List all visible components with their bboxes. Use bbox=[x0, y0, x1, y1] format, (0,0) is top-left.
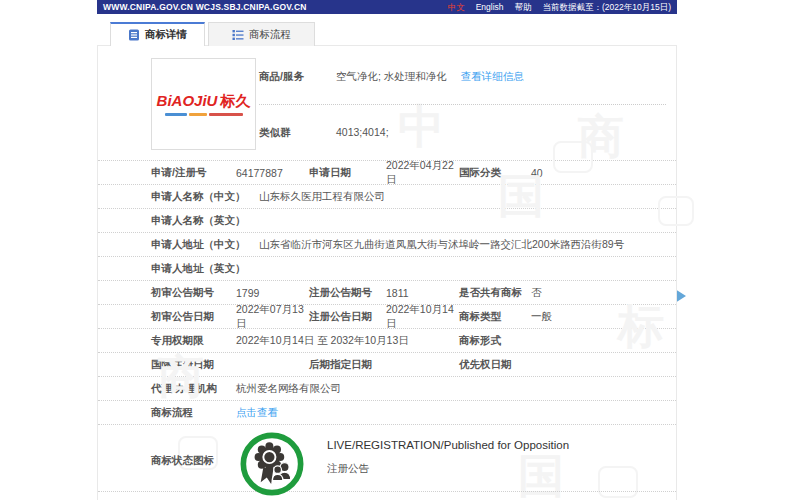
divider bbox=[259, 104, 666, 105]
field-value: 空气净化; 水处理和净化 bbox=[336, 70, 447, 84]
field-label: 优先权日期 bbox=[459, 358, 531, 372]
green-medal-badge-icon bbox=[239, 431, 305, 499]
table-row-applicant-cn: 申请人名称（中文） 山东标久医用工程有限公司 bbox=[98, 184, 676, 208]
field-label: 是否共有商标 bbox=[459, 286, 531, 300]
table-row-address-en: 申请人地址（英文） bbox=[98, 256, 676, 280]
brand-logo-text: BiAOJiU标久 bbox=[157, 92, 251, 111]
field-label: 申请人地址（中文） bbox=[151, 238, 259, 252]
field-label: 初审公告期号 bbox=[151, 286, 236, 300]
field-value: 1799 bbox=[236, 287, 309, 299]
field-label: 类似群 bbox=[259, 126, 336, 140]
trademark-details-panel: 中 国 商 标 商 国 BiAOJiU标久 商品/服务 空气净化; 水处理和净化… bbox=[97, 45, 677, 500]
table-row-intl-dates: 国际注册日期 后期指定日期 优先权日期 bbox=[98, 352, 676, 376]
field-label: 注册公告日期 bbox=[309, 310, 386, 324]
trademark-image: BiAOJiU标久 bbox=[151, 58, 256, 150]
field-label: 商标状态图标 bbox=[151, 454, 214, 468]
field-value: 4013;4014; bbox=[336, 126, 389, 140]
field-value: 2022年10月14日 bbox=[386, 303, 459, 331]
field-label: 专用权期限 bbox=[151, 334, 236, 348]
field-label: 申请日期 bbox=[309, 166, 386, 180]
field-value: 否 bbox=[531, 286, 676, 300]
top-navy-bar: WWW.CNIPA.GOV.CN WCJS.SBJ.CNIPA.GOV.CN 中… bbox=[97, 0, 677, 14]
field-value: 山东省临沂市河东区九曲街道凤凰大街与沭埠岭一路交汇北200米路西沿街89号 bbox=[259, 238, 676, 252]
top-section: BiAOJiU标久 商品/服务 空气净化; 水处理和净化 查看详细信息 类似群 … bbox=[98, 46, 676, 160]
field-label: 商标类型 bbox=[459, 310, 531, 324]
field-label: 申请人地址（英文） bbox=[151, 262, 259, 276]
tab-trademark-process[interactable]: 商标流程 bbox=[208, 22, 315, 46]
tab-label: 商标流程 bbox=[249, 28, 291, 42]
data-cutoff-text: 当前数据截至：(2022年10月15日) bbox=[543, 0, 671, 14]
help-link[interactable]: 帮助 bbox=[515, 0, 532, 14]
similar-group-row: 类似群 4013;4014; bbox=[259, 126, 389, 140]
table-row-publication-no: 初审公告期号 1799 注册公告期号 1811 是否共有商标 否 bbox=[98, 280, 676, 304]
site-urls: WWW.CNIPA.GOV.CN WCJS.SBJ.CNIPA.GOV.CN bbox=[103, 0, 307, 14]
field-label: 申请/注册号 bbox=[151, 166, 236, 180]
status-text-cn: 注册公告 bbox=[327, 462, 569, 476]
tab-bar: 商标详情 商标流程 bbox=[110, 22, 677, 46]
field-value: 1811 bbox=[386, 287, 459, 299]
field-value: 40 bbox=[531, 167, 676, 179]
field-value: 一般 bbox=[531, 310, 676, 324]
list-icon bbox=[232, 29, 244, 41]
field-value: 山东标久医用工程有限公司 bbox=[259, 190, 676, 204]
field-label: 国际注册日期 bbox=[151, 358, 236, 372]
field-label: 申请人名称（英文） bbox=[151, 214, 259, 228]
table-row-status: 商标状态图标 bbox=[98, 424, 676, 492]
field-label: 初审公告日期 bbox=[151, 310, 236, 324]
brand-cn: 标久 bbox=[220, 92, 250, 109]
click-to-view-link[interactable]: 点击查看 bbox=[236, 406, 278, 420]
brand-color-strip bbox=[165, 113, 243, 116]
field-label: 商品/服务 bbox=[259, 70, 336, 84]
table-row-address-cn: 申请人地址（中文） 山东省临沂市河东区九曲街道凤凰大街与沭埠岭一路交汇北200米… bbox=[98, 232, 676, 256]
table-row-process: 商标流程 点击查看 bbox=[98, 400, 676, 424]
table-row-publication-date: 初审公告日期 2022年07月13日 注册公告日期 2022年10月14日 商标… bbox=[98, 304, 676, 328]
table-row-agent: 代理/办理机构 杭州爱名网络有限公司 bbox=[98, 376, 676, 400]
field-value: 64177887 bbox=[236, 167, 309, 179]
field-label: 商标流程 bbox=[151, 406, 236, 420]
table-row-applicant-en: 申请人名称（英文） bbox=[98, 208, 676, 232]
tab-label: 商标详情 bbox=[145, 28, 187, 42]
table-row-application: 申请/注册号 64177887 申请日期 2022年04月22日 国际分类 40 bbox=[98, 160, 676, 184]
brand-en: BiAOJiU bbox=[157, 92, 218, 109]
field-value: 2022年10月14日 至 2032年10月13日 bbox=[236, 334, 459, 348]
field-value: 杭州爱名网络有限公司 bbox=[236, 382, 676, 396]
goods-services-row: 商品/服务 空气净化; 水处理和净化 查看详细信息 bbox=[259, 70, 524, 84]
field-value: 2022年04月22日 bbox=[386, 159, 459, 187]
field-label: 注册公告期号 bbox=[309, 286, 386, 300]
field-value: 2022年07月13日 bbox=[236, 303, 309, 331]
lang-english-link[interactable]: English bbox=[476, 0, 504, 14]
lang-chinese-link[interactable]: 中文 bbox=[448, 0, 465, 14]
site-container: WWW.CNIPA.GOV.CN WCJS.SBJ.CNIPA.GOV.CN 中… bbox=[97, 0, 677, 500]
field-label: 商标形式 bbox=[459, 334, 531, 348]
document-icon bbox=[128, 29, 140, 41]
field-label: 代理/办理机构 bbox=[151, 382, 236, 396]
field-label: 申请人名称（中文） bbox=[151, 190, 259, 204]
status-text-en: LIVE/REGISTRATION/Published for Oppositi… bbox=[327, 439, 569, 451]
field-label: 国际分类 bbox=[459, 166, 531, 180]
view-details-link[interactable]: 查看详细信息 bbox=[461, 70, 524, 84]
field-label: 后期指定日期 bbox=[309, 358, 386, 372]
tab-trademark-details[interactable]: 商标详情 bbox=[110, 22, 205, 46]
table-row-exclusive-period: 专用权期限 2022年10月14日 至 2032年10月13日 商标形式 bbox=[98, 328, 676, 352]
